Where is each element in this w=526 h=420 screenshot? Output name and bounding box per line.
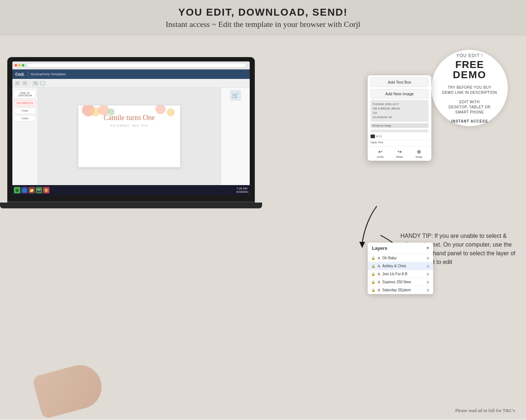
taskbar: ⊞ 🌐 📁 📷 🎨 7:25 PM 6/18/20••: [12, 185, 250, 195]
corjl-right-panel: 🛒: [221, 88, 250, 185]
screen-inner: Corjl. MockupParty Templates ↩ ↪ 🔍 📄: [12, 61, 250, 195]
canvas-script-text: Camile turns One: [103, 113, 155, 122]
layer-name-saturday: Saturday SEptem: [382, 288, 424, 292]
mobile-style-label: Style Text: [368, 140, 431, 145]
demo-demo-label: DEMO: [453, 70, 486, 80]
left-panel-colors[interactable]: Colors: [14, 115, 36, 121]
layer-lock-icon-5: 🔒: [371, 288, 375, 292]
left-panel-fonts[interactable]: Fonts: [14, 108, 36, 114]
demo-try-text: TRY BEFORE YOU BUY DEMO LINK IN DESCRIPT…: [442, 85, 497, 95]
toolbar-redo[interactable]: ↪: [22, 81, 28, 86]
left-panel-order-id: Order Id: 1509758194: [14, 90, 36, 99]
layer-name-oh-baby: Oh Baby: [382, 256, 424, 260]
main-headline: YOU EDIT, DOWNLOAD, SEND!: [0, 7, 526, 18]
corjl-canvas-area: Camile turns One SATURDAY, MAY 5TH: [38, 88, 221, 185]
mobile-color-box: [371, 135, 375, 138]
layer-name-supinos: Supinos 250 New: [382, 280, 424, 284]
mobile-font-controls: A 11: [368, 134, 431, 139]
right-panel-orders[interactable]: 🛒: [230, 90, 241, 101]
browser-address-bar[interactable]: [27, 63, 246, 68]
demo-you-edit-label: YOU EDIT !: [456, 53, 483, 58]
laptop-base: [0, 203, 262, 208]
taskbar-folder[interactable]: 📁: [28, 187, 35, 193]
taskbar-clock: 7:25 PM 6/18/20••: [237, 187, 248, 193]
main-area: Corjl. MockupParty Templates ↩ ↪ 🔍 📄: [0, 35, 526, 419]
hand-silhouette: [32, 360, 107, 419]
nav-divider: [28, 72, 28, 77]
taskbar-start[interactable]: ⊞: [14, 187, 20, 193]
taskbar-browser[interactable]: 🌐: [21, 187, 28, 193]
mobile-resize-controls: Resize as Image: [371, 123, 428, 128]
undo-control[interactable]: ↩ Undo: [377, 149, 384, 159]
layer-text-type-icon-3: A: [377, 272, 380, 276]
top-banner: YOU EDIT, DOWNLOAD, SEND! Instant access…: [0, 0, 526, 35]
layers-header[interactable]: Layers ▾: [368, 243, 433, 254]
layer-name-join-us: Join Us For A B: [382, 272, 424, 276]
layer-lock-icon: 🔒: [371, 256, 375, 260]
corjl-toolbar: ↩ ↪ 🔍 📄: [12, 79, 250, 88]
layer-lock-icon-4: 🔒: [371, 280, 375, 284]
layer-trash-icon-2[interactable]: 🗑: [426, 264, 430, 268]
demo-instant-label: INSTANT ACCESS: [451, 119, 488, 123]
layer-lock-icon-3: 🔒: [371, 272, 375, 276]
layer-trash-icon-4[interactable]: 🗑: [426, 280, 430, 284]
laptop-mockup: Corjl. MockupParty Templates ↩ ↪ 🔍 📄: [7, 57, 255, 210]
snap-icon: ⊕: [417, 149, 421, 155]
floral-6: [167, 108, 175, 116]
add-new-image-button[interactable]: Add New Image: [371, 89, 428, 99]
browser-min-dot[interactable]: [18, 64, 21, 67]
toolbar-sep: [30, 81, 30, 86]
demo-circle: YOU EDIT ! FREE DEMO TRY BEFORE YOU BUY …: [431, 50, 508, 126]
toolbar-zoom[interactable]: 🔍: [32, 81, 38, 86]
redo-control[interactable]: ↪ Redo: [396, 149, 403, 159]
corjl-logo: Corjl.: [15, 72, 25, 76]
corjl-main-area: Order Id: 1509758194 INCOMPLETE Fonts Co…: [12, 88, 250, 185]
snap-control[interactable]: ⊕ Snap: [415, 149, 422, 159]
left-panel-incomplete: INCOMPLETE: [14, 100, 36, 106]
svg-marker-0: [359, 242, 365, 248]
mobile-font-selector: [371, 129, 428, 132]
screen-bezel: Corjl. MockupParty Templates ↩ ↪ 🔍 📄: [7, 57, 255, 203]
layer-item-saturday[interactable]: 🔒 A Saturday SEptem 🗑: [368, 286, 433, 294]
browser-chrome: [12, 61, 250, 69]
layer-item-ashley-chris[interactable]: 🔒 A Ashley & Chris 🗑: [368, 262, 433, 270]
layer-name-ashley-chris: Ashley & Chris: [382, 264, 424, 268]
demo-edit-with-text: EDIT WITH DESKTOP, TABLET OR SMART PHONE: [448, 100, 490, 115]
layer-item-oh-baby[interactable]: 🔒 A Oh Baby 🗑: [368, 254, 433, 262]
layers-chevron-icon: ▾: [427, 245, 429, 251]
redo-icon: ↪: [398, 149, 402, 155]
mobile-floating-panel: Add Text Box Add New Image PLEASE JOIN U…: [368, 75, 431, 161]
layer-text-type-icon-2: A: [377, 264, 380, 268]
mobile-font-size: A 11: [376, 135, 382, 138]
taskbar-app2[interactable]: 🎨: [43, 187, 50, 193]
corjl-nav: Corjl. MockupParty Templates: [12, 69, 250, 79]
mobile-text-preview: PLEASE JOIN US F OR A BRIDAL BRUN CH IN …: [371, 100, 428, 122]
canvas-sub-text: SATURDAY, MAY 5TH: [110, 124, 148, 127]
taskbar-app1[interactable]: 📷: [36, 187, 42, 193]
corjl-editor: Corjl. MockupParty Templates ↩ ↪ 🔍 📄: [12, 61, 250, 195]
layers-panel: Layers ▾ 🔒 A Oh Baby 🗑 🔒 A Ashley & Chri…: [368, 243, 433, 294]
corjl-left-panel: Order Id: 1509758194 INCOMPLETE Fonts Co…: [12, 88, 38, 185]
demo-free-label: FREE: [455, 60, 484, 70]
layer-trash-icon-3[interactable]: 🗑: [426, 272, 430, 276]
floral-5: [155, 105, 166, 114]
footer-note: Please read ad in full for T&C's: [455, 408, 515, 413]
toolbar-page[interactable]: 📄: [40, 81, 46, 86]
undo-icon: ↩: [378, 149, 383, 155]
layer-trash-icon-5[interactable]: 🗑: [426, 288, 430, 292]
toolbar-undo[interactable]: ↩: [15, 81, 20, 86]
add-text-box-button[interactable]: Add Text Box: [371, 77, 428, 87]
mobile-panel-controls: ↩ Undo ↪ Redo ⊕ Snap: [368, 146, 431, 161]
browser-max-dot[interactable]: [22, 64, 24, 67]
layer-lock-icon-2: 🔒: [371, 264, 375, 268]
layer-trash-icon[interactable]: 🗑: [426, 256, 430, 260]
layer-text-type-icon-5: A: [377, 288, 380, 292]
layer-text-type-icon: A: [377, 256, 380, 260]
browser-close-dot[interactable]: [15, 64, 17, 67]
layer-item-join-us[interactable]: 🔒 A Join Us For A B 🗑: [368, 270, 433, 278]
layers-title: Layers: [372, 245, 387, 251]
layer-text-type-icon-4: A: [377, 280, 380, 284]
canvas-design: Camile turns One SATURDAY, MAY 5TH: [78, 105, 180, 167]
layer-item-supinos[interactable]: 🔒 A Supinos 250 New 🗑: [368, 278, 433, 286]
nav-template-name: MockupParty Templates: [31, 72, 66, 76]
